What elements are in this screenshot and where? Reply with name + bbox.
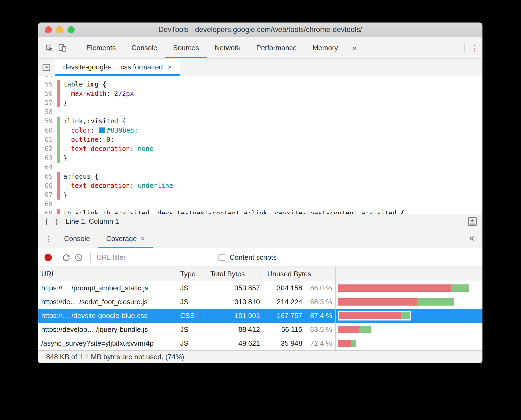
drawer-menu-icon[interactable]: ⋮ <box>41 229 56 248</box>
coverage-row[interactable]: /async_survey?site=ylj5ifxusvvmr4pJS49 6… <box>38 336 482 350</box>
close-window-button[interactable] <box>45 26 52 33</box>
cell-total-bytes: 353 857 <box>207 281 264 295</box>
pretty-print-icon[interactable]: { } <box>45 217 60 226</box>
coverage-red-marker <box>57 181 60 190</box>
drawer-tab-coverage[interactable]: Coverage× <box>98 229 153 248</box>
column-header-unused-bytes[interactable]: Unused Bytes <box>264 267 336 281</box>
column-header-total-bytes[interactable]: Total Bytes <box>207 267 264 281</box>
drawer-tab-console[interactable]: Console <box>56 229 98 248</box>
devtools-menu-icon[interactable]: ⋮ <box>467 37 482 58</box>
zoom-window-button[interactable] <box>68 26 75 33</box>
cell-total-bytes: 49 621 <box>207 336 264 350</box>
cell-unused-percent: 86.0 % <box>302 284 332 292</box>
drawer-tabs: ConsoleCoverage× <box>56 229 153 248</box>
inspect-element-icon[interactable] <box>43 37 56 58</box>
file-tab-devsite-css[interactable]: devsite-google-….css:formatted × <box>55 59 180 76</box>
code-line[interactable]: 69th a:link,th a:visited,.devsite-toast-… <box>38 209 482 214</box>
code-line[interactable]: 55table img { <box>38 80 482 89</box>
expand-editor-icon[interactable] <box>467 216 478 227</box>
record-coverage-button[interactable] <box>45 254 52 261</box>
code-line[interactable]: 62 text-decoration: none <box>38 144 482 153</box>
code-line[interactable]: 68 <box>38 200 482 209</box>
drawer-close-icon[interactable]: × <box>461 229 482 248</box>
cell-total-bytes: 88 412 <box>207 323 264 336</box>
code-line[interactable]: 63} <box>38 153 482 163</box>
cell-unused-bytes: 56 11563.5 % <box>264 323 336 336</box>
code-text: text-decoration: underline <box>60 181 173 190</box>
cell-unused-bytes: 214 22468.3 % <box>264 295 336 309</box>
code-text <box>60 76 63 80</box>
cell-usage-bar <box>336 281 482 295</box>
cell-url: https://… /prompt_embed_static.js <box>38 281 177 295</box>
used-bytes-bar <box>359 326 371 333</box>
line-number: 56 <box>38 89 60 98</box>
devtools-window: DevTools - developers.google.com/web/too… <box>38 23 482 363</box>
line-number: 67 <box>38 190 60 200</box>
cell-usage-bar <box>336 295 482 309</box>
cell-usage-bar <box>336 309 482 323</box>
used-bytes-bar <box>451 284 469 292</box>
coverage-row[interactable]: https://… /prompt_embed_static.jsJS353 8… <box>38 281 482 295</box>
code-line[interactable]: 61 outline: 0; <box>38 135 482 144</box>
line-number: 58 <box>38 107 60 117</box>
coverage-red-marker <box>57 98 60 107</box>
used-bytes-bar <box>401 312 410 319</box>
code-line[interactable]: 60 color: #039be5; <box>38 126 482 135</box>
line-number: 64 <box>38 163 60 172</box>
coverage-row[interactable]: https://develop… /jquery-bundle.jsJS88 4… <box>38 323 482 336</box>
tab-console[interactable]: Console <box>123 37 165 58</box>
coverage-green-marker <box>57 126 60 135</box>
tab-elements[interactable]: Elements <box>78 37 123 58</box>
tab-performance[interactable]: Performance <box>249 37 305 58</box>
unused-bytes-bar <box>338 284 451 292</box>
more-panels-button[interactable]: » <box>346 37 363 58</box>
minimize-window-button[interactable] <box>56 26 63 33</box>
clear-icon[interactable] <box>72 253 85 262</box>
line-number: 57 <box>38 98 60 107</box>
code-line[interactable]: 66 text-decoration: underline <box>38 181 482 190</box>
code-line[interactable]: 57} <box>38 98 482 107</box>
code-line[interactable]: 64 <box>38 163 482 172</box>
code-line[interactable]: 54 <box>38 76 482 80</box>
code-text: text-decoration: none <box>60 144 153 153</box>
cell-usage-bar <box>336 336 482 350</box>
tab-sources[interactable]: Sources <box>165 37 207 58</box>
code-line[interactable]: 59:link,:visited { <box>38 117 482 126</box>
file-tab-close-icon[interactable]: × <box>168 63 172 71</box>
code-line[interactable]: 58 <box>38 107 482 117</box>
coverage-summary-bar: 848 KB of 1.1 MB bytes are not used. (74… <box>38 350 482 363</box>
toolbar-separator <box>213 253 213 262</box>
device-toolbar-icon[interactable] <box>56 37 69 58</box>
coverage-row[interactable]: https://de… /script_foot_closure.jsJS313… <box>38 295 482 309</box>
coverage-red-marker <box>57 172 60 181</box>
column-header-url[interactable]: URL <box>38 267 177 281</box>
show-navigator-icon[interactable] <box>38 59 55 76</box>
editor-status-bar: { } Line 1, Column 1 <box>38 214 482 229</box>
code-line[interactable]: 65a:focus { <box>38 172 482 181</box>
line-number: 54 <box>38 76 60 80</box>
cell-total-bytes: 313 810 <box>207 295 264 309</box>
cell-type: JS <box>177 323 207 336</box>
coverage-row[interactable]: https://… /devsite-google-blue.cssCSS191… <box>38 309 482 323</box>
column-header-bar[interactable] <box>336 267 482 281</box>
code-line[interactable]: 67} <box>38 190 482 200</box>
unused-bytes-bar <box>339 312 401 319</box>
reload-icon[interactable] <box>60 253 72 262</box>
tab-memory[interactable]: Memory <box>304 37 346 58</box>
code-line[interactable]: 56 max-width: 272px <box>38 89 482 98</box>
url-filter-input[interactable] <box>96 253 177 262</box>
code-text <box>60 200 63 209</box>
tab-network[interactable]: Network <box>207 37 248 58</box>
column-header-type[interactable]: Type <box>177 267 207 281</box>
code-editor[interactable]: 5455table img {56 max-width: 272px57}585… <box>38 76 482 214</box>
cell-unused-percent: 63.5 % <box>302 325 332 334</box>
code-text: a:focus { <box>60 172 99 181</box>
line-number: 68 <box>38 200 60 209</box>
cell-type: JS <box>177 336 207 350</box>
unused-bytes-bar <box>338 326 359 333</box>
toolbar-separator <box>72 43 72 52</box>
color-swatch[interactable] <box>99 127 105 133</box>
drawer-tab-close-icon[interactable]: × <box>141 235 145 243</box>
content-scripts-checkbox[interactable] <box>218 254 225 261</box>
cell-url: https://de… /script_foot_closure.js <box>38 295 177 309</box>
